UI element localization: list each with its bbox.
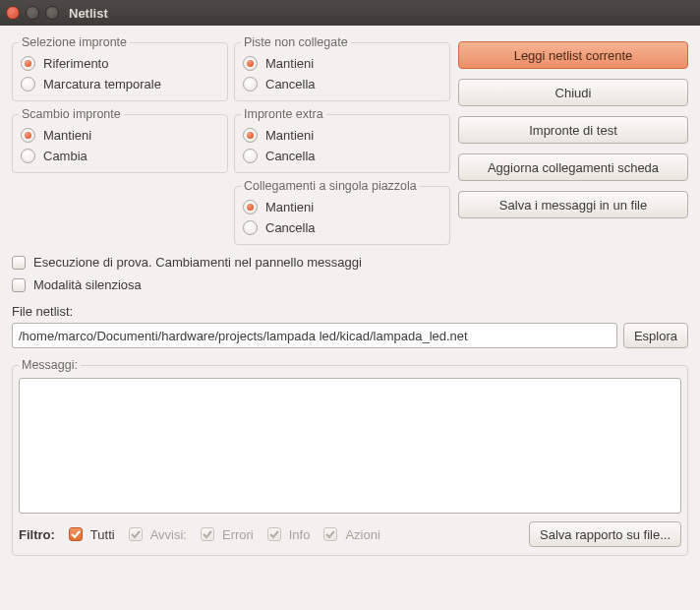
filter-option-label: Tutti (90, 527, 115, 542)
radio-piste-cancella[interactable]: Cancella (241, 74, 443, 94)
close-button[interactable]: Chiudi (458, 79, 688, 106)
checkbox-icon (323, 527, 337, 541)
messages-legend: Messaggi: (19, 358, 81, 372)
radio-label: Cancella (265, 77, 316, 92)
radio-label: Mantieni (265, 128, 314, 143)
check-label: Esecuzione di prova. Cambiamenti nel pan… (33, 255, 362, 270)
radio-icon (243, 149, 258, 163)
group-selezione-impronte: Selezione impronte Riferimento Marcatura… (12, 35, 228, 101)
radio-icon (243, 128, 258, 143)
maximize-icon[interactable] (45, 6, 59, 20)
filter-actions: Azioni (323, 527, 379, 542)
radio-singola-mantieni[interactable]: Mantieni (241, 197, 443, 217)
filter-option-label: Avvisi: (150, 527, 187, 542)
radio-extra-cancella[interactable]: Cancella (241, 146, 443, 166)
group-legend: Piste non collegate (241, 35, 351, 49)
save-report-button[interactable]: Salva rapporto su file... (529, 521, 681, 547)
radio-icon (21, 77, 35, 92)
radio-label: Cancella (265, 149, 316, 163)
save-messages-button[interactable]: Salva i messaggi in un file (458, 191, 688, 218)
radio-icon (21, 128, 35, 143)
radio-singola-cancella[interactable]: Cancella (241, 217, 443, 238)
group-piste-non-collegate: Piste non collegate Mantieni Cancella (234, 35, 450, 101)
radio-label: Riferimento (43, 56, 108, 71)
filter-all[interactable]: Tutti (69, 527, 115, 542)
radio-icon (21, 56, 35, 71)
group-legend: Selezione impronte (19, 35, 130, 49)
group-singola-piazzola: Collegamenti a singola piazzola Mantieni… (234, 179, 450, 245)
radio-scambio-mantieni[interactable]: Mantieni (19, 125, 221, 146)
check-label: Modalità silenziosa (33, 277, 142, 292)
filter-option-label: Info (289, 527, 311, 542)
titlebar: Netlist (0, 0, 700, 26)
checkbox-icon (129, 527, 143, 541)
radio-marcatura-temporale[interactable]: Marcatura temporale (19, 74, 221, 94)
messages-group: Messaggi: Filtro: Tutti Avvisi: Er (12, 358, 688, 556)
radio-icon (21, 149, 35, 163)
radio-icon (243, 200, 258, 214)
minimize-icon[interactable] (26, 6, 39, 20)
filter-errors: Errori (201, 527, 254, 542)
group-legend: Impronte extra (241, 107, 326, 121)
radio-piste-mantieni[interactable]: Mantieni (241, 53, 443, 74)
read-netlist-button[interactable]: Leggi netlist corrente (458, 41, 688, 69)
group-legend: Scambio impronte (19, 107, 124, 121)
close-icon[interactable] (6, 6, 20, 20)
file-netlist-input[interactable]: /home/marco/Documenti/hardware/projects/… (12, 323, 617, 348)
filter-option-label: Errori (222, 527, 254, 542)
window-title: Netlist (69, 6, 108, 21)
radio-icon (243, 77, 258, 92)
check-silent-mode[interactable]: Modalità silenziosa (12, 277, 688, 292)
file-netlist-label: File netlist: (12, 304, 688, 319)
radio-label: Marcatura temporale (43, 77, 161, 92)
filter-warnings: Avvisi: (129, 527, 187, 542)
group-scambio-impronte: Scambio impronte Mantieni Cambia (12, 107, 228, 173)
radio-label: Mantieni (265, 200, 314, 214)
test-footprints-button[interactable]: Impronte di test (458, 116, 688, 144)
checkbox-icon (12, 278, 26, 292)
radio-label: Mantieni (43, 128, 91, 143)
checkbox-icon (12, 256, 26, 270)
radio-label: Cancella (265, 220, 316, 235)
radio-label: Cambia (43, 149, 88, 163)
radio-icon (243, 220, 258, 235)
filter-label: Filtro: (19, 527, 55, 542)
browse-button[interactable]: Esplora (623, 323, 688, 348)
checkbox-icon (69, 527, 83, 541)
radio-label: Mantieni (265, 56, 314, 71)
group-impronte-extra: Impronte extra Mantieni Cancella (234, 107, 450, 173)
messages-textarea[interactable] (19, 378, 681, 514)
check-dry-run[interactable]: Esecuzione di prova. Cambiamenti nel pan… (12, 255, 688, 270)
checkbox-icon (201, 527, 214, 541)
radio-scambio-cambia[interactable]: Cambia (19, 146, 221, 166)
group-legend: Collegamenti a singola piazzola (241, 179, 420, 193)
filter-option-label: Azioni (345, 527, 379, 542)
filter-info: Info (267, 527, 311, 542)
checkbox-icon (267, 527, 281, 541)
radio-icon (243, 56, 258, 71)
update-board-button[interactable]: Aggiorna collegamenti scheda (458, 153, 688, 181)
radio-extra-mantieni[interactable]: Mantieni (241, 125, 443, 146)
radio-riferimento[interactable]: Riferimento (19, 53, 221, 74)
